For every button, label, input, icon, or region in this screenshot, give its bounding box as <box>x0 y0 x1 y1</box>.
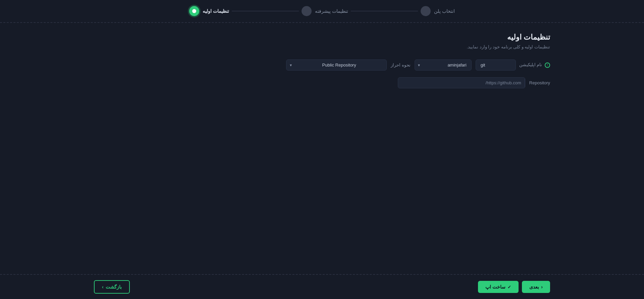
form-row-2: Repository https://github.com/ <box>94 77 550 88</box>
form-row-1: نام اپلیکیشن aminjafari نحوه احراز Publi… <box>94 59 550 71</box>
create-button-label: ساخت اپ <box>485 284 505 290</box>
step-line-1 <box>232 11 299 11</box>
username-select-wrapper: aminjafari <box>415 59 472 71</box>
step-1-circle <box>189 6 199 16</box>
app-name-label: نام اپلیکیشن <box>519 62 550 68</box>
next-button[interactable]: ‹ بعدی <box>522 281 550 293</box>
auth-label: نحوه احراز <box>391 62 411 68</box>
repo-url-input[interactable] <box>409 78 482 88</box>
checkmark-icon: ✓ <box>507 285 511 290</box>
step-3-circle <box>421 6 431 16</box>
step-3-label: انتخاب پلن <box>434 8 455 14</box>
next-button-label: بعدی <box>529 284 539 290</box>
repo-url-container: https://github.com/ <box>398 77 525 88</box>
step-line-2 <box>351 11 418 11</box>
repository-label: Repository <box>529 80 550 85</box>
step-1-label: تنظیمات اولیه <box>203 8 229 14</box>
create-button[interactable]: ✓ ساخت اپ <box>478 281 519 293</box>
step-1: تنظیمات اولیه <box>189 6 229 16</box>
main-content: تنظیمات اولیه تنظیمات اولیه و کلی برنامه… <box>0 23 644 274</box>
step-2: تنظیمات پیشرفته <box>302 6 348 16</box>
back-chevron-icon: › <box>102 284 104 290</box>
back-button-label: بازگشت <box>106 284 122 290</box>
page-wrapper: تنظیمات اولیه تنظیمات پیشرفته انتخاب پلن… <box>0 0 644 299</box>
app-name-input[interactable] <box>476 59 516 71</box>
footer-left-buttons: ‹ بعدی ✓ ساخت اپ <box>478 281 550 293</box>
footer: ‹ بعدی ✓ ساخت اپ بازگشت › <box>0 275 644 299</box>
back-button[interactable]: بازگشت › <box>94 280 130 294</box>
app-name-group: نام اپلیکیشن <box>476 59 550 71</box>
chevron-down-icon: ▾ <box>290 63 292 68</box>
step-2-label: تنظیمات پیشرفته <box>315 8 348 14</box>
stepper: تنظیمات اولیه تنظیمات پیشرفته انتخاب پلن <box>0 0 644 22</box>
step-2-circle <box>302 6 312 16</box>
repo-type-dropdown[interactable]: Public Repository ▾ <box>286 59 387 71</box>
username-select[interactable]: aminjafari <box>415 59 472 71</box>
repo-type-text: Public Repository <box>297 62 382 68</box>
next-chevron-icon: ‹ <box>541 284 543 290</box>
step-3: انتخاب پلن <box>421 6 455 16</box>
section-title: تنظیمات اولیه <box>94 33 550 42</box>
info-icon <box>545 62 550 68</box>
section-subtitle: تنظیمات اولیه و کلی برنامه خود را وارد ن… <box>94 44 550 49</box>
repo-url-prefix: https://github.com/ <box>482 78 525 88</box>
